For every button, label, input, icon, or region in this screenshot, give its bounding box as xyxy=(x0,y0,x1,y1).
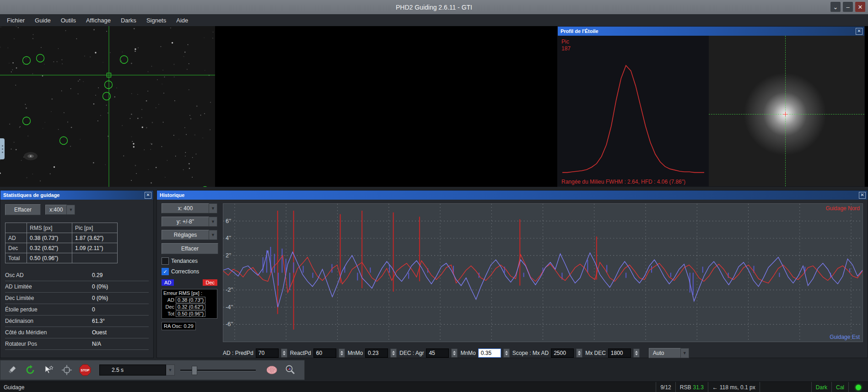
rms-row: Dec0.32 (0.62") xyxy=(163,304,216,310)
window-minimize-button[interactable]: – xyxy=(843,2,853,12)
star-profile-panel: Profil de l'Étoile ✕ Pic 187 Rangée du M… xyxy=(557,26,865,187)
advanced-settings-button[interactable] xyxy=(263,362,280,378)
param-input[interactable]: 60 xyxy=(313,348,336,358)
param-spinner[interactable] xyxy=(390,348,397,358)
window-close-button[interactable]: ✕ xyxy=(855,2,865,12)
slider-handle[interactable] xyxy=(192,366,197,375)
stats-col-header: Pic [px] xyxy=(72,223,118,233)
param-spinner[interactable] xyxy=(339,348,345,358)
pane-gripper[interactable] xyxy=(0,138,5,159)
menu-guide[interactable]: Guide xyxy=(30,15,56,26)
status-led-segment xyxy=(848,382,868,392)
history-clear-button[interactable]: Effacer xyxy=(162,243,218,254)
star-marker[interactable] xyxy=(201,187,209,187)
menu-signets[interactable]: Signets xyxy=(141,15,171,26)
guide-param: MnMo0.35 xyxy=(460,348,509,358)
stats-cell: 0.32 (0.62") xyxy=(27,243,72,253)
chevron-down-icon: ▼ xyxy=(67,205,75,215)
window-titlebar[interactable]: PHD2 Guiding 2.6.11 - GTI ⌄ – ✕ xyxy=(0,0,868,14)
dec-guide-mode-select[interactable]: Auto ▼ xyxy=(649,348,689,358)
param-label: Scope : Mx AD xyxy=(512,350,549,356)
ra-trace-toggle[interactable]: AD xyxy=(162,279,174,286)
stat-value: 61.3° xyxy=(92,318,105,324)
menu-outils[interactable]: Outils xyxy=(56,15,81,26)
stats-clear-button[interactable]: Effacer xyxy=(5,204,41,215)
camera-settings-button[interactable] xyxy=(281,362,299,378)
brain-icon xyxy=(265,364,278,376)
star-marker[interactable] xyxy=(37,54,44,62)
svg-text:-4'': -4'' xyxy=(226,304,233,310)
star-marker[interactable] xyxy=(60,137,68,145)
corrections-checkbox[interactable]: ✓ xyxy=(162,268,169,275)
param-spinner[interactable] xyxy=(503,348,510,358)
param-spinner[interactable] xyxy=(281,348,287,358)
param-input[interactable]: 2500 xyxy=(551,348,574,358)
star-marker[interactable] xyxy=(23,117,31,125)
exposure-select[interactable]: 2.5 s ▼ xyxy=(99,365,175,376)
menu-affichage[interactable]: Affichage xyxy=(81,15,116,26)
param-spinner[interactable] xyxy=(576,348,582,358)
star-profile-titlebar[interactable]: Profil de l'Étoile ✕ xyxy=(558,27,864,36)
stats-cell: 0.38 (0.73") xyxy=(27,233,72,243)
star-marker[interactable] xyxy=(105,81,113,89)
guide-stats-titlebar[interactable]: Statistiques de guidage ✕ xyxy=(0,191,153,200)
stat-label: Côté du Méridien xyxy=(5,329,92,336)
status-empty-segment xyxy=(760,382,811,392)
guide-params-row: AD : PredPd70ReactPd60MnMo0.23DEC : Agr4… xyxy=(223,347,863,359)
menu-darks[interactable]: Darks xyxy=(116,15,141,26)
stat-label: Déclinaison xyxy=(5,318,92,324)
chevron-down-icon: ▼ xyxy=(166,365,175,376)
guide-button[interactable] xyxy=(58,362,75,378)
guide-param: DEC : Agr45 xyxy=(399,348,458,358)
param-input[interactable]: 0.35 xyxy=(478,348,501,358)
menu-aide[interactable]: Aide xyxy=(171,15,193,26)
cursor-star-icon xyxy=(43,364,54,376)
status-bar: Guidage 9/12 RSB 31.3 ← 118 ms, 0.1 px D… xyxy=(0,381,868,392)
menu-fichier[interactable]: Fichier xyxy=(2,15,30,26)
dec-trace-toggle[interactable]: Dec xyxy=(203,279,217,286)
history-titlebar[interactable]: Historique ✕ xyxy=(157,191,868,200)
toolbar-row: STOP 2.5 s ▼ xyxy=(0,360,868,381)
stats-scale-select[interactable]: x:400 ▼ xyxy=(45,205,75,215)
param-spinner[interactable] xyxy=(633,348,640,358)
status-snr: RSB 31.3 xyxy=(675,382,708,392)
stop-button[interactable]: STOP xyxy=(76,362,94,378)
loop-arrows-icon xyxy=(24,364,36,376)
starfield-image[interactable] xyxy=(0,26,215,187)
auto-select-star-button[interactable] xyxy=(40,362,57,378)
corrections-checkbox-row[interactable]: ✓ Corrections xyxy=(162,268,217,275)
star-marker[interactable] xyxy=(120,56,128,64)
stats-table-row: Total0.50 (0.96") xyxy=(5,253,118,263)
param-input[interactable]: 70 xyxy=(256,348,279,358)
rms-row: Tot0.50 (0.96") xyxy=(163,310,216,317)
fwhm-readout: Rangée du Milieu FWHM : 2.64, HFD : 4.06… xyxy=(561,179,685,185)
loop-exposures-button[interactable] xyxy=(22,362,39,378)
stats-cell xyxy=(72,253,118,263)
history-yscale-select[interactable]: y: +/-8" ▼ xyxy=(162,217,217,227)
stop-sign-icon: STOP xyxy=(79,364,92,376)
param-label: MnMo xyxy=(460,350,475,356)
param-label: Mx DEC xyxy=(585,350,606,356)
param-input[interactable]: 45 xyxy=(426,348,449,358)
connect-equipment-button[interactable] xyxy=(3,362,21,378)
gamma-slider[interactable] xyxy=(180,365,256,376)
star-marker[interactable] xyxy=(23,57,31,65)
guide-stats-panel: Statistiques de guidage ✕ Effacer x:400 … xyxy=(0,190,154,358)
trend-checkbox-row[interactable]: Tendances xyxy=(162,257,217,265)
history-close-icon[interactable]: ✕ xyxy=(859,192,866,199)
history-settings-select[interactable]: Réglages ▼ xyxy=(162,230,217,240)
camera-frame[interactable]: Profil de l'Étoile ✕ Pic 187 Rangée du M… xyxy=(0,26,868,187)
guide-stats-close-icon[interactable]: ✕ xyxy=(145,192,151,199)
rms-row: AD0.38 (0.73") xyxy=(163,297,216,303)
star-marker[interactable] xyxy=(103,93,111,100)
stats-cell: 1.87 (3.62") xyxy=(72,233,118,243)
zoom-crosshair-vertical xyxy=(785,36,786,186)
param-input[interactable]: 0.23 xyxy=(365,348,388,358)
star-profile-close-icon[interactable]: ✕ xyxy=(856,28,863,35)
window-shade-button[interactable]: ⌄ xyxy=(830,2,841,12)
trend-checkbox[interactable] xyxy=(162,257,169,265)
menu-bar[interactable]: FichierGuideOutilsAffichageDarksSignetsA… xyxy=(0,14,868,27)
param-input[interactable]: 1800 xyxy=(608,348,631,358)
param-spinner[interactable] xyxy=(451,348,458,358)
history-xscale-select[interactable]: x: 400 ▼ xyxy=(162,203,217,213)
